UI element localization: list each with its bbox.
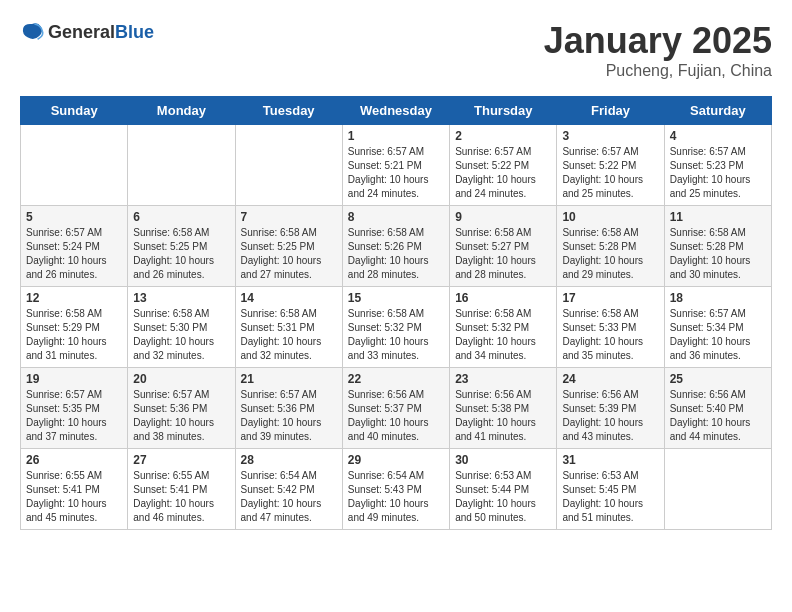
day-number: 10 — [562, 210, 658, 224]
calendar-table: SundayMondayTuesdayWednesdayThursdayFrid… — [20, 96, 772, 530]
day-info: Sunrise: 6:54 AM Sunset: 5:43 PM Dayligh… — [348, 469, 444, 525]
calendar-cell: 12Sunrise: 6:58 AM Sunset: 5:29 PM Dayli… — [21, 287, 128, 368]
calendar-header: SundayMondayTuesdayWednesdayThursdayFrid… — [21, 97, 772, 125]
calendar-cell: 25Sunrise: 6:56 AM Sunset: 5:40 PM Dayli… — [664, 368, 771, 449]
day-info: Sunrise: 6:57 AM Sunset: 5:36 PM Dayligh… — [241, 388, 337, 444]
day-number: 20 — [133, 372, 229, 386]
calendar-cell: 26Sunrise: 6:55 AM Sunset: 5:41 PM Dayli… — [21, 449, 128, 530]
calendar-body: 1Sunrise: 6:57 AM Sunset: 5:21 PM Daylig… — [21, 125, 772, 530]
day-number: 5 — [26, 210, 122, 224]
day-info: Sunrise: 6:56 AM Sunset: 5:40 PM Dayligh… — [670, 388, 766, 444]
calendar-cell: 30Sunrise: 6:53 AM Sunset: 5:44 PM Dayli… — [450, 449, 557, 530]
logo-text: GeneralBlue — [48, 22, 154, 43]
day-info: Sunrise: 6:58 AM Sunset: 5:28 PM Dayligh… — [562, 226, 658, 282]
day-info: Sunrise: 6:53 AM Sunset: 5:45 PM Dayligh… — [562, 469, 658, 525]
day-number: 9 — [455, 210, 551, 224]
weekday-header: Thursday — [450, 97, 557, 125]
day-number: 26 — [26, 453, 122, 467]
calendar-week-row: 5Sunrise: 6:57 AM Sunset: 5:24 PM Daylig… — [21, 206, 772, 287]
calendar-cell: 20Sunrise: 6:57 AM Sunset: 5:36 PM Dayli… — [128, 368, 235, 449]
calendar-subtitle: Pucheng, Fujian, China — [544, 62, 772, 80]
day-info: Sunrise: 6:57 AM Sunset: 5:22 PM Dayligh… — [455, 145, 551, 201]
day-info: Sunrise: 6:53 AM Sunset: 5:44 PM Dayligh… — [455, 469, 551, 525]
day-info: Sunrise: 6:57 AM Sunset: 5:22 PM Dayligh… — [562, 145, 658, 201]
day-number: 6 — [133, 210, 229, 224]
day-number: 18 — [670, 291, 766, 305]
day-number: 4 — [670, 129, 766, 143]
calendar-cell — [664, 449, 771, 530]
calendar-cell: 14Sunrise: 6:58 AM Sunset: 5:31 PM Dayli… — [235, 287, 342, 368]
day-info: Sunrise: 6:58 AM Sunset: 5:33 PM Dayligh… — [562, 307, 658, 363]
day-number: 2 — [455, 129, 551, 143]
header-row: SundayMondayTuesdayWednesdayThursdayFrid… — [21, 97, 772, 125]
day-info: Sunrise: 6:58 AM Sunset: 5:29 PM Dayligh… — [26, 307, 122, 363]
weekday-header: Tuesday — [235, 97, 342, 125]
day-info: Sunrise: 6:57 AM Sunset: 5:35 PM Dayligh… — [26, 388, 122, 444]
calendar-cell: 31Sunrise: 6:53 AM Sunset: 5:45 PM Dayli… — [557, 449, 664, 530]
day-number: 13 — [133, 291, 229, 305]
calendar-cell: 16Sunrise: 6:58 AM Sunset: 5:32 PM Dayli… — [450, 287, 557, 368]
calendar-cell: 18Sunrise: 6:57 AM Sunset: 5:34 PM Dayli… — [664, 287, 771, 368]
day-info: Sunrise: 6:57 AM Sunset: 5:36 PM Dayligh… — [133, 388, 229, 444]
day-number: 23 — [455, 372, 551, 386]
day-info: Sunrise: 6:56 AM Sunset: 5:38 PM Dayligh… — [455, 388, 551, 444]
day-info: Sunrise: 6:58 AM Sunset: 5:32 PM Dayligh… — [455, 307, 551, 363]
calendar-cell: 2Sunrise: 6:57 AM Sunset: 5:22 PM Daylig… — [450, 125, 557, 206]
calendar-cell: 3Sunrise: 6:57 AM Sunset: 5:22 PM Daylig… — [557, 125, 664, 206]
calendar-week-row: 1Sunrise: 6:57 AM Sunset: 5:21 PM Daylig… — [21, 125, 772, 206]
day-number: 19 — [26, 372, 122, 386]
day-number: 11 — [670, 210, 766, 224]
calendar-week-row: 12Sunrise: 6:58 AM Sunset: 5:29 PM Dayli… — [21, 287, 772, 368]
title-block: January 2025 Pucheng, Fujian, China — [544, 20, 772, 80]
weekday-header: Sunday — [21, 97, 128, 125]
day-info: Sunrise: 6:55 AM Sunset: 5:41 PM Dayligh… — [26, 469, 122, 525]
calendar-cell: 19Sunrise: 6:57 AM Sunset: 5:35 PM Dayli… — [21, 368, 128, 449]
page-header: GeneralBlue January 2025 Pucheng, Fujian… — [20, 20, 772, 80]
logo: GeneralBlue — [20, 20, 154, 44]
calendar-cell: 17Sunrise: 6:58 AM Sunset: 5:33 PM Dayli… — [557, 287, 664, 368]
day-number: 27 — [133, 453, 229, 467]
calendar-cell: 21Sunrise: 6:57 AM Sunset: 5:36 PM Dayli… — [235, 368, 342, 449]
calendar-cell: 15Sunrise: 6:58 AM Sunset: 5:32 PM Dayli… — [342, 287, 449, 368]
calendar-cell — [235, 125, 342, 206]
day-number: 16 — [455, 291, 551, 305]
day-number: 8 — [348, 210, 444, 224]
day-number: 15 — [348, 291, 444, 305]
calendar-cell: 27Sunrise: 6:55 AM Sunset: 5:41 PM Dayli… — [128, 449, 235, 530]
day-info: Sunrise: 6:58 AM Sunset: 5:28 PM Dayligh… — [670, 226, 766, 282]
calendar-cell: 9Sunrise: 6:58 AM Sunset: 5:27 PM Daylig… — [450, 206, 557, 287]
day-info: Sunrise: 6:57 AM Sunset: 5:21 PM Dayligh… — [348, 145, 444, 201]
day-number: 25 — [670, 372, 766, 386]
calendar-cell: 24Sunrise: 6:56 AM Sunset: 5:39 PM Dayli… — [557, 368, 664, 449]
calendar-cell: 8Sunrise: 6:58 AM Sunset: 5:26 PM Daylig… — [342, 206, 449, 287]
day-number: 28 — [241, 453, 337, 467]
day-number: 17 — [562, 291, 658, 305]
calendar-cell: 5Sunrise: 6:57 AM Sunset: 5:24 PM Daylig… — [21, 206, 128, 287]
day-info: Sunrise: 6:58 AM Sunset: 5:32 PM Dayligh… — [348, 307, 444, 363]
day-number: 3 — [562, 129, 658, 143]
day-info: Sunrise: 6:58 AM Sunset: 5:25 PM Dayligh… — [241, 226, 337, 282]
calendar-cell: 23Sunrise: 6:56 AM Sunset: 5:38 PM Dayli… — [450, 368, 557, 449]
calendar-cell: 29Sunrise: 6:54 AM Sunset: 5:43 PM Dayli… — [342, 449, 449, 530]
day-info: Sunrise: 6:58 AM Sunset: 5:30 PM Dayligh… — [133, 307, 229, 363]
day-info: Sunrise: 6:58 AM Sunset: 5:31 PM Dayligh… — [241, 307, 337, 363]
calendar-cell: 13Sunrise: 6:58 AM Sunset: 5:30 PM Dayli… — [128, 287, 235, 368]
calendar-cell — [128, 125, 235, 206]
calendar-cell: 4Sunrise: 6:57 AM Sunset: 5:23 PM Daylig… — [664, 125, 771, 206]
day-info: Sunrise: 6:56 AM Sunset: 5:39 PM Dayligh… — [562, 388, 658, 444]
logo-blue: Blue — [115, 22, 154, 42]
day-number: 12 — [26, 291, 122, 305]
day-info: Sunrise: 6:58 AM Sunset: 5:25 PM Dayligh… — [133, 226, 229, 282]
weekday-header: Monday — [128, 97, 235, 125]
day-info: Sunrise: 6:54 AM Sunset: 5:42 PM Dayligh… — [241, 469, 337, 525]
day-number: 22 — [348, 372, 444, 386]
day-number: 24 — [562, 372, 658, 386]
logo-icon — [20, 20, 44, 44]
day-info: Sunrise: 6:58 AM Sunset: 5:27 PM Dayligh… — [455, 226, 551, 282]
calendar-cell: 22Sunrise: 6:56 AM Sunset: 5:37 PM Dayli… — [342, 368, 449, 449]
day-info: Sunrise: 6:57 AM Sunset: 5:34 PM Dayligh… — [670, 307, 766, 363]
day-info: Sunrise: 6:56 AM Sunset: 5:37 PM Dayligh… — [348, 388, 444, 444]
calendar-cell — [21, 125, 128, 206]
day-info: Sunrise: 6:57 AM Sunset: 5:24 PM Dayligh… — [26, 226, 122, 282]
calendar-cell: 6Sunrise: 6:58 AM Sunset: 5:25 PM Daylig… — [128, 206, 235, 287]
